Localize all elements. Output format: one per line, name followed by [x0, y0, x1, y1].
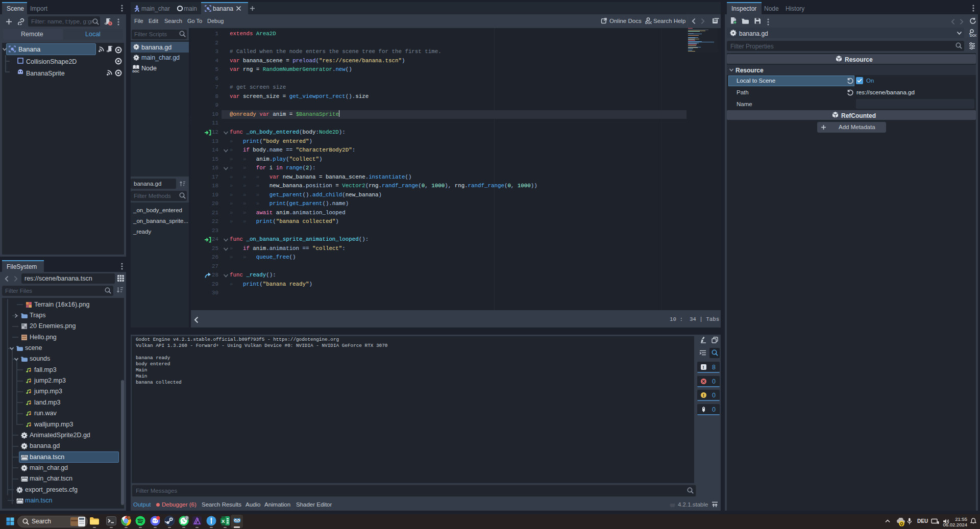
svg-text:!: !: [703, 392, 704, 398]
svg-text:!: !: [703, 365, 704, 370]
svg-text:DOC: DOC: [645, 21, 652, 24]
svg-text:2: 2: [186, 516, 188, 520]
svg-text:DOC: DOC: [970, 34, 976, 37]
svg-text:DOC: DOC: [133, 70, 140, 73]
svg-text:X: X: [222, 518, 225, 524]
